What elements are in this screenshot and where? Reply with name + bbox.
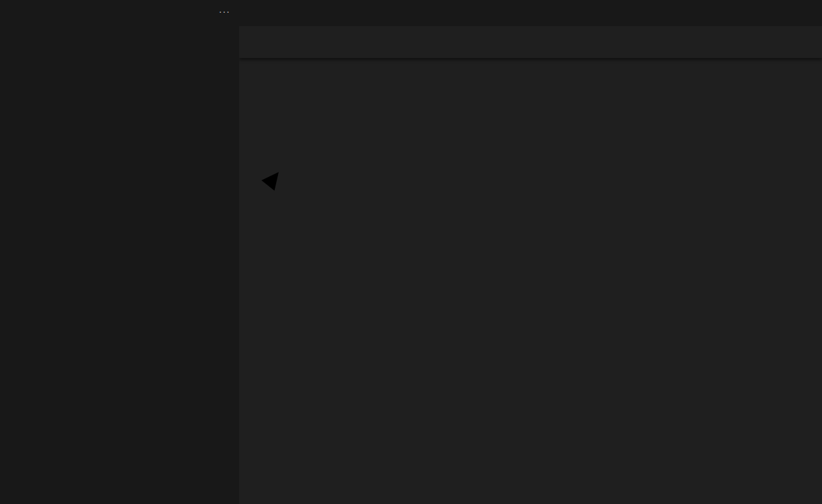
sidebar-title-row: ··· [0,0,239,23]
sticky-scroll-line[interactable] [239,45,822,58]
mcuxpresso-sidebar: ··· [0,0,239,504]
code-editor[interactable] [239,45,822,504]
vscode-window: ··· [0,0,822,504]
editor-group [239,0,822,504]
tab-bar [239,0,822,26]
breadcrumb [239,26,822,45]
more-actions-icon[interactable]: ··· [219,8,230,15]
